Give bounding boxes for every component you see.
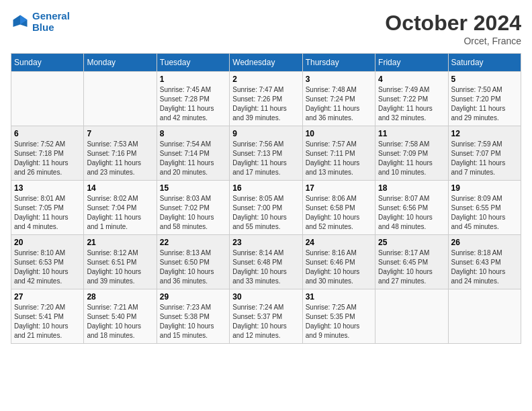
day-info: Sunrise: 8:17 AMSunset: 6:45 PMDaylight:… xyxy=(378,248,445,286)
day-number: 8 xyxy=(160,129,226,138)
calendar-cell: 25Sunrise: 8:17 AMSunset: 6:45 PMDayligh… xyxy=(375,235,448,289)
logo-text: General Blue xyxy=(32,11,70,33)
day-number: 23 xyxy=(232,238,299,247)
calendar-cell: 5Sunrise: 7:50 AMSunset: 7:20 PMDaylight… xyxy=(448,72,521,126)
calendar-week-row: 20Sunrise: 8:10 AMSunset: 6:53 PMDayligh… xyxy=(11,235,521,289)
weekday-header: Friday xyxy=(375,54,448,72)
calendar-cell: 19Sunrise: 8:09 AMSunset: 6:55 PMDayligh… xyxy=(448,181,521,235)
calendar-cell: 18Sunrise: 8:07 AMSunset: 6:56 PMDayligh… xyxy=(375,181,448,235)
calendar-cell: 20Sunrise: 8:10 AMSunset: 6:53 PMDayligh… xyxy=(11,235,84,289)
calendar-cell: 3Sunrise: 7:48 AMSunset: 7:24 PMDaylight… xyxy=(302,72,375,126)
day-info: Sunrise: 8:10 AMSunset: 6:53 PMDaylight:… xyxy=(14,248,81,286)
title-block: October 2024 Orcet, France xyxy=(385,11,521,46)
day-number: 19 xyxy=(451,183,518,193)
day-number: 1 xyxy=(160,75,226,84)
calendar-cell: 21Sunrise: 8:12 AMSunset: 6:51 PMDayligh… xyxy=(84,235,157,289)
weekday-header: Saturday xyxy=(448,54,521,72)
calendar-cell: 6Sunrise: 7:52 AMSunset: 7:18 PMDaylight… xyxy=(11,126,84,181)
day-number: 28 xyxy=(87,292,153,302)
day-info: Sunrise: 7:53 AMSunset: 7:16 PMDaylight:… xyxy=(87,140,153,177)
day-info: Sunrise: 8:05 AMSunset: 7:00 PMDaylight:… xyxy=(232,194,299,232)
calendar-cell: 12Sunrise: 7:59 AMSunset: 7:07 PMDayligh… xyxy=(448,126,521,181)
day-info: Sunrise: 7:57 AMSunset: 7:11 PMDaylight:… xyxy=(306,140,372,177)
day-info: Sunrise: 8:06 AMSunset: 6:58 PMDaylight:… xyxy=(306,194,372,232)
day-number: 7 xyxy=(87,129,153,138)
calendar-week-row: 27Sunrise: 7:20 AMSunset: 5:41 PMDayligh… xyxy=(11,289,521,344)
day-info: Sunrise: 8:01 AMSunset: 7:05 PMDaylight:… xyxy=(14,194,81,232)
calendar-cell: 10Sunrise: 7:57 AMSunset: 7:11 PMDayligh… xyxy=(302,126,375,181)
day-info: Sunrise: 7:54 AMSunset: 7:14 PMDaylight:… xyxy=(160,140,226,177)
calendar-cell: 22Sunrise: 8:13 AMSunset: 6:50 PMDayligh… xyxy=(157,235,229,289)
day-info: Sunrise: 7:59 AMSunset: 7:07 PMDaylight:… xyxy=(451,140,518,177)
day-number: 13 xyxy=(14,183,81,193)
day-info: Sunrise: 8:13 AMSunset: 6:50 PMDaylight:… xyxy=(160,248,226,286)
calendar-cell xyxy=(375,289,448,344)
day-info: Sunrise: 8:03 AMSunset: 7:02 PMDaylight:… xyxy=(160,194,226,232)
calendar-cell: 7Sunrise: 7:53 AMSunset: 7:16 PMDaylight… xyxy=(84,126,157,181)
calendar-cell: 2Sunrise: 7:47 AMSunset: 7:26 PMDaylight… xyxy=(230,72,302,126)
day-info: Sunrise: 7:52 AMSunset: 7:18 PMDaylight:… xyxy=(14,140,81,177)
calendar-cell: 1Sunrise: 7:45 AMSunset: 7:28 PMDaylight… xyxy=(157,72,229,126)
day-info: Sunrise: 7:25 AMSunset: 5:35 PMDaylight:… xyxy=(306,303,372,340)
calendar-cell: 23Sunrise: 8:14 AMSunset: 6:48 PMDayligh… xyxy=(230,235,302,289)
day-number: 4 xyxy=(378,75,445,84)
weekday-header: Sunday xyxy=(11,54,84,72)
day-number: 12 xyxy=(451,129,518,138)
calendar-cell: 13Sunrise: 8:01 AMSunset: 7:05 PMDayligh… xyxy=(11,181,84,235)
day-number: 29 xyxy=(160,292,226,302)
day-info: Sunrise: 8:07 AMSunset: 6:56 PMDaylight:… xyxy=(378,194,445,232)
calendar-cell: 29Sunrise: 7:23 AMSunset: 5:38 PMDayligh… xyxy=(157,289,229,344)
page-header: General Blue October 2024 Orcet, France xyxy=(11,11,521,46)
day-number: 21 xyxy=(87,238,153,247)
calendar-cell: 24Sunrise: 8:16 AMSunset: 6:46 PMDayligh… xyxy=(302,235,375,289)
day-number: 9 xyxy=(232,129,299,138)
day-number: 27 xyxy=(14,292,81,302)
day-info: Sunrise: 7:21 AMSunset: 5:40 PMDaylight:… xyxy=(87,303,153,340)
day-number: 6 xyxy=(14,129,81,138)
day-number: 14 xyxy=(87,183,153,193)
calendar-cell: 27Sunrise: 7:20 AMSunset: 5:41 PMDayligh… xyxy=(11,289,84,344)
calendar-cell: 9Sunrise: 7:56 AMSunset: 7:13 PMDaylight… xyxy=(230,126,302,181)
day-number: 30 xyxy=(232,292,299,302)
calendar-cell: 11Sunrise: 7:58 AMSunset: 7:09 PMDayligh… xyxy=(375,126,448,181)
day-info: Sunrise: 8:02 AMSunset: 7:04 PMDaylight:… xyxy=(87,194,153,232)
day-info: Sunrise: 8:14 AMSunset: 6:48 PMDaylight:… xyxy=(232,248,299,286)
calendar-week-row: 1Sunrise: 7:45 AMSunset: 7:28 PMDaylight… xyxy=(11,72,521,126)
day-info: Sunrise: 7:47 AMSunset: 7:26 PMDaylight:… xyxy=(232,85,299,123)
calendar-cell: 28Sunrise: 7:21 AMSunset: 5:40 PMDayligh… xyxy=(84,289,157,344)
calendar-cell: 14Sunrise: 8:02 AMSunset: 7:04 PMDayligh… xyxy=(84,181,157,235)
day-info: Sunrise: 7:49 AMSunset: 7:22 PMDaylight:… xyxy=(378,85,445,123)
day-number: 17 xyxy=(306,183,372,193)
calendar-cell xyxy=(84,72,157,126)
day-info: Sunrise: 7:48 AMSunset: 7:24 PMDaylight:… xyxy=(306,85,372,123)
calendar-cell xyxy=(11,72,84,126)
logo-icon xyxy=(11,13,30,32)
day-number: 31 xyxy=(306,292,372,302)
day-info: Sunrise: 7:20 AMSunset: 5:41 PMDaylight:… xyxy=(14,303,81,340)
calendar-cell: 30Sunrise: 7:24 AMSunset: 5:37 PMDayligh… xyxy=(230,289,302,344)
day-info: Sunrise: 7:45 AMSunset: 7:28 PMDaylight:… xyxy=(160,85,226,123)
day-info: Sunrise: 8:12 AMSunset: 6:51 PMDaylight:… xyxy=(87,248,153,286)
day-number: 26 xyxy=(451,238,518,247)
day-info: Sunrise: 7:24 AMSunset: 5:37 PMDaylight:… xyxy=(232,303,299,340)
calendar-cell: 31Sunrise: 7:25 AMSunset: 5:35 PMDayligh… xyxy=(302,289,375,344)
weekday-header: Wednesday xyxy=(230,54,302,72)
day-number: 11 xyxy=(378,129,445,138)
day-info: Sunrise: 7:56 AMSunset: 7:13 PMDaylight:… xyxy=(232,140,299,177)
location: Orcet, France xyxy=(385,36,521,46)
month-title: October 2024 xyxy=(385,11,521,36)
calendar-table: SundayMondayTuesdayWednesdayThursdayFrid… xyxy=(11,53,521,344)
day-number: 3 xyxy=(306,75,372,84)
weekday-header: Thursday xyxy=(302,54,375,72)
day-number: 10 xyxy=(306,129,372,138)
weekday-header-row: SundayMondayTuesdayWednesdayThursdayFrid… xyxy=(11,54,521,72)
day-number: 24 xyxy=(306,238,372,247)
day-number: 15 xyxy=(160,183,226,193)
day-info: Sunrise: 8:09 AMSunset: 6:55 PMDaylight:… xyxy=(451,194,518,232)
day-number: 2 xyxy=(232,75,299,84)
calendar-cell: 16Sunrise: 8:05 AMSunset: 7:00 PMDayligh… xyxy=(230,181,302,235)
calendar-week-row: 6Sunrise: 7:52 AMSunset: 7:18 PMDaylight… xyxy=(11,126,521,181)
logo: General Blue xyxy=(11,11,70,33)
day-info: Sunrise: 8:16 AMSunset: 6:46 PMDaylight:… xyxy=(306,248,372,286)
day-info: Sunrise: 7:50 AMSunset: 7:20 PMDaylight:… xyxy=(451,85,518,123)
